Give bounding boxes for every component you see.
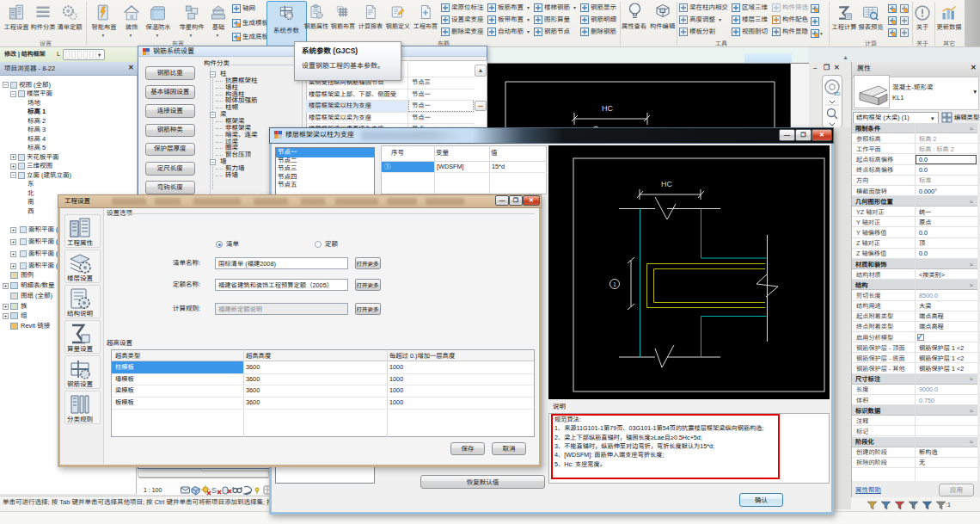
- svg-text:S: S: [211, 486, 217, 495]
- svg-text:1: 1: [613, 281, 616, 287]
- svg-text:2D: 2D: [834, 91, 841, 96]
- svg-text:HC: HC: [661, 180, 672, 188]
- svg-text:HC: HC: [602, 104, 613, 113]
